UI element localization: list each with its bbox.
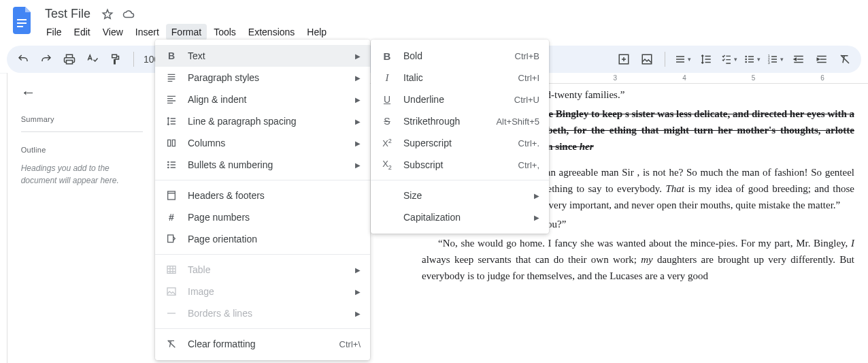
docs-logo[interactable] [11, 8, 35, 33]
paragraph-icon [165, 71, 178, 84]
checklist-button[interactable] [721, 51, 737, 67]
svg-point-11 [167, 161, 169, 163]
bulleted-list-button[interactable] [744, 51, 761, 67]
back-arrow-icon[interactable]: ← [21, 84, 143, 101]
chevron-right-icon: ▶ [534, 214, 539, 221]
header-footer-icon [165, 189, 178, 202]
menu-shortcut: Ctrl+I [518, 73, 539, 83]
menu-shortcut: Alt+Shift+5 [496, 116, 539, 127]
format-table: Table ▶ [155, 259, 370, 281]
paint-format-button[interactable] [107, 51, 124, 67]
svg-rect-1 [17, 22, 27, 24]
body-text: her [580, 141, 594, 152]
insert-image-box-button[interactable] [616, 51, 632, 67]
list-icon [165, 158, 178, 172]
orientation-icon [165, 232, 178, 246]
format-headers-footers[interactable]: Headers & footers [155, 185, 370, 206]
undo-button[interactable] [15, 51, 31, 67]
svg-text:3: 3 [768, 61, 770, 65]
menu-format[interactable]: Format [166, 24, 207, 40]
menu-shortcut: Ctrl+\ [339, 339, 361, 349]
menu-shortcut: Ctrl+, [518, 160, 539, 170]
format-text[interactable]: B Text ▶ [155, 45, 370, 67]
format-bullets-numbering[interactable]: Bullets & numbering ▶ [155, 154, 370, 176]
text-superscript[interactable]: X2 Superscript Ctrl+. [371, 132, 549, 154]
insert-image-button[interactable] [639, 51, 655, 67]
strikethrough-icon: S [380, 114, 394, 128]
text-size[interactable]: Size ▶ [371, 185, 549, 206]
menu-separator [155, 328, 370, 329]
print-button[interactable] [61, 51, 78, 67]
outline-pane: ← Summary Outline Headings you add to th… [7, 73, 156, 363]
document-title[interactable]: Test File [41, 5, 95, 22]
body-text: always keep servants that can do their o… [422, 254, 641, 265]
redo-button[interactable] [38, 51, 54, 67]
menu-help[interactable]: Help [301, 24, 332, 40]
svg-rect-16 [167, 266, 176, 274]
decrease-indent-button[interactable] [790, 51, 807, 67]
format-align-indent[interactable]: Align & indent ▶ [155, 89, 370, 110]
svg-rect-2 [17, 26, 23, 27]
image-icon [165, 285, 178, 298]
menu-file[interactable]: File [41, 24, 67, 40]
divider [21, 131, 143, 132]
menu-label: Text [188, 50, 346, 61]
chevron-right-icon: ▶ [355, 161, 361, 169]
menu-label: Align & indent [188, 94, 346, 105]
align-icon [165, 93, 178, 106]
format-page-numbers[interactable]: # Page numbers [155, 206, 370, 228]
chevron-right-icon: ▶ [355, 266, 361, 274]
chevron-right-icon: ▶ [355, 310, 361, 317]
format-line-spacing[interactable]: Line & paragraph spacing ▶ [155, 110, 370, 132]
format-menu: B Text ▶ Paragraph styles ▶ Align & inde… [155, 40, 370, 360]
text-underline[interactable]: U Underline Ctrl+U [371, 89, 549, 110]
ruler-tick: 4 [682, 74, 686, 82]
clear-formatting-button[interactable] [837, 51, 853, 67]
text-subscript[interactable]: X2 Subscript Ctrl+, [371, 154, 549, 176]
line-spacing-button[interactable] [698, 51, 714, 67]
menu-extensions[interactable]: Extensions [243, 24, 300, 40]
line-spacing-icon [165, 114, 178, 128]
menu-shortcut: Ctrl+B [515, 51, 539, 61]
blank-icon [380, 189, 394, 202]
menu-view[interactable]: View [97, 24, 129, 40]
chevron-right-icon: ▶ [355, 140, 361, 147]
superscript-icon: X2 [380, 136, 394, 150]
star-icon[interactable] [101, 8, 114, 20]
format-paragraph-styles[interactable]: Paragraph styles ▶ [155, 67, 370, 89]
format-page-orientation[interactable]: Page orientation [155, 228, 370, 250]
menu-label: Bullets & numbering [188, 159, 346, 170]
subscript-icon: X2 [380, 158, 394, 172]
text-capitalization[interactable]: Capitalization ▶ [371, 206, 549, 228]
menu-label: Line & paragraph spacing [188, 116, 346, 127]
menu-label: Bold [403, 50, 505, 61]
format-columns[interactable]: Columns ▶ [155, 132, 370, 154]
menu-separator [371, 180, 549, 180]
body-text: I [851, 238, 854, 249]
align-button[interactable] [675, 51, 691, 67]
menu-label: Table [188, 264, 346, 275]
menu-label: Clear formatting [188, 338, 330, 349]
text-italic[interactable]: I Italic Ctrl+I [371, 67, 549, 89]
italic-icon: I [380, 71, 394, 84]
svg-rect-0 [17, 19, 27, 20]
format-clear-formatting[interactable]: Clear formatting Ctrl+\ [155, 333, 370, 355]
svg-point-5 [745, 56, 747, 58]
numbered-list-button[interactable]: 123 [767, 51, 784, 67]
ruler-tick: 6 [820, 74, 824, 82]
menu-label: Capitalization [403, 212, 524, 223]
increase-indent-button[interactable] [814, 51, 830, 67]
cloud-icon[interactable] [122, 8, 135, 20]
menu-label: Paragraph styles [188, 72, 346, 83]
menu-tools[interactable]: Tools [208, 24, 241, 40]
menu-bar: File Edit View Insert Format Tools Exten… [41, 24, 332, 40]
menu-shortcut: Ctrl+. [518, 138, 539, 148]
text-strikethrough[interactable]: S Strikethrough Alt+Shift+5 [371, 110, 549, 132]
spellcheck-button[interactable] [84, 51, 101, 67]
menu-insert[interactable]: Insert [130, 24, 165, 40]
svg-rect-15 [168, 235, 173, 242]
table-icon [165, 263, 178, 277]
menu-edit[interactable]: Edit [69, 24, 96, 40]
text-bold[interactable]: B Bold Ctrl+B [371, 45, 549, 67]
ruler-tick: 3 [614, 74, 618, 82]
